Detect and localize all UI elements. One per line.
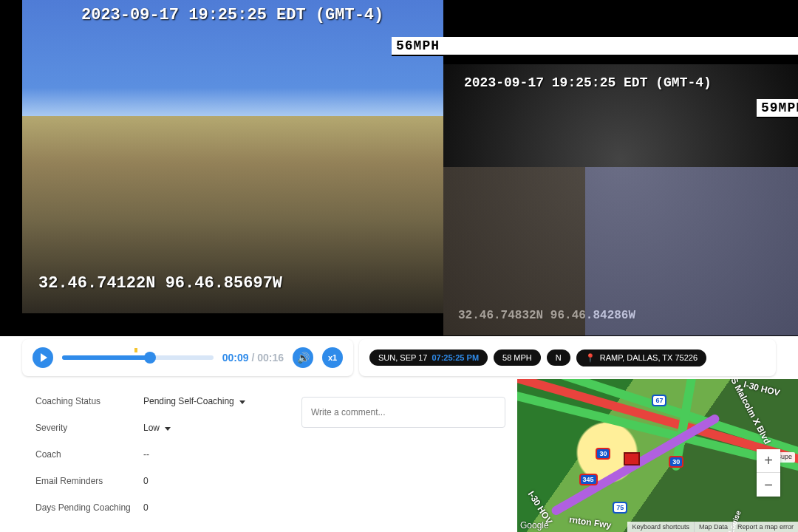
cabin-camera-feed[interactable]: 2023-09-17 19:25:25 EDT (GMT-4) 32.46.74…: [443, 64, 798, 335]
seek-progress: [62, 355, 150, 360]
event-datetime: SUN, SEP 17 07:25:25 PM: [369, 349, 488, 366]
comment-input[interactable]: [301, 397, 505, 428]
time-sep: /: [249, 352, 258, 364]
front-cam-gps: 32.46.74122N 96.46.85697W: [38, 274, 282, 293]
event-time: 07:25:25 PM: [432, 353, 479, 362]
seek-track[interactable]: [62, 355, 214, 360]
event-marker: [134, 348, 137, 352]
play-button[interactable]: [33, 347, 53, 368]
event-heading: N: [547, 349, 570, 366]
event-location: RAMP, DALLAS, TX 75226: [576, 349, 706, 366]
cabin-cam-timestamp: 2023-09-17 19:25:25 EDT (GMT-4): [464, 75, 712, 90]
time-total: 00:16: [257, 352, 284, 364]
play-icon: [41, 353, 47, 362]
map-data-link[interactable]: Map Data: [694, 522, 732, 532]
vehicle-marker-icon: [624, 452, 640, 466]
label-email-reminders: Email Reminders: [35, 476, 143, 486]
chevron-down-icon: [239, 400, 245, 404]
shield-i345: 345: [579, 474, 598, 485]
road-label-thornton-fwy: rnton Fwy: [568, 514, 612, 531]
coaching-status-dropdown[interactable]: Pending Self-Coaching: [143, 396, 245, 406]
label-coaching-status: Coaching Status: [35, 396, 143, 406]
front-camera-feed[interactable]: 2023-09-17 19:25:25 EDT (GMT-4) 32.46.74…: [22, 0, 443, 313]
video-player-bar: 00:09 / 00:16 x1: [22, 339, 353, 376]
email-reminders-value: 0: [143, 476, 149, 486]
comment-section: [296, 379, 517, 532]
map-zoom-control: + −: [757, 449, 780, 497]
cabin-cam-gps: 32.46.74832N 96.46.84286W: [458, 309, 635, 322]
map-kb-shortcuts-link[interactable]: Keyboard shortcuts: [627, 522, 694, 532]
map-attribution: Keyboard shortcuts Map Data Report a map…: [627, 522, 798, 532]
speed-overlay-right: 59MPH: [757, 99, 798, 117]
chevron-down-icon: [165, 427, 171, 431]
mute-button[interactable]: [293, 347, 313, 368]
location-pin-icon: [585, 353, 596, 363]
label-coach: Coach: [35, 449, 143, 460]
google-logo: Google: [520, 520, 549, 531]
event-speed: 58 MPH: [494, 349, 541, 366]
zoom-in-button[interactable]: +: [757, 449, 780, 473]
event-location-text: RAMP, DALLAS, TX 75226: [600, 353, 698, 362]
shield-us75: 75: [613, 502, 627, 514]
days-pending-value: 0: [143, 502, 149, 513]
map-report-error-link[interactable]: Report a map error: [732, 522, 798, 532]
coaching-status-value: Pending Self-Coaching: [143, 396, 234, 406]
shield-i30: 30: [669, 456, 683, 468]
event-map[interactable]: I-30 HOV S Malcolm X Blvd I-30 HOV rnton…: [517, 379, 798, 532]
seek-handle[interactable]: [144, 352, 156, 364]
event-info-bar: SUN, SEP 17 07:25:25 PM 58 MPH N RAMP, D…: [359, 339, 776, 376]
shield-us67: 67: [652, 395, 666, 406]
front-cam-timestamp: 2023-09-17 19:25:25 EDT (GMT-4): [81, 6, 383, 24]
label-severity: Severity: [35, 423, 143, 433]
shield-i30: 30: [596, 448, 610, 460]
video-panel: 2023-09-17 19:25:25 EDT (GMT-4) 32.46.74…: [0, 0, 798, 336]
severity-value: Low: [143, 423, 160, 433]
severity-dropdown[interactable]: Low: [143, 423, 171, 433]
coach-value: --: [143, 449, 149, 460]
speed-button[interactable]: x1: [322, 347, 343, 368]
speed-overlay-top: 56MPH: [392, 37, 798, 55]
time-display: 00:09 / 00:16: [222, 352, 284, 364]
coaching-form: Coaching Status Pending Self-Coaching Se…: [0, 379, 296, 532]
zoom-out-button[interactable]: −: [757, 473, 780, 497]
label-days-pending: Days Pending Coaching: [35, 502, 143, 513]
time-elapsed: 00:09: [222, 352, 249, 364]
event-day: SUN, SEP 17: [378, 353, 427, 362]
